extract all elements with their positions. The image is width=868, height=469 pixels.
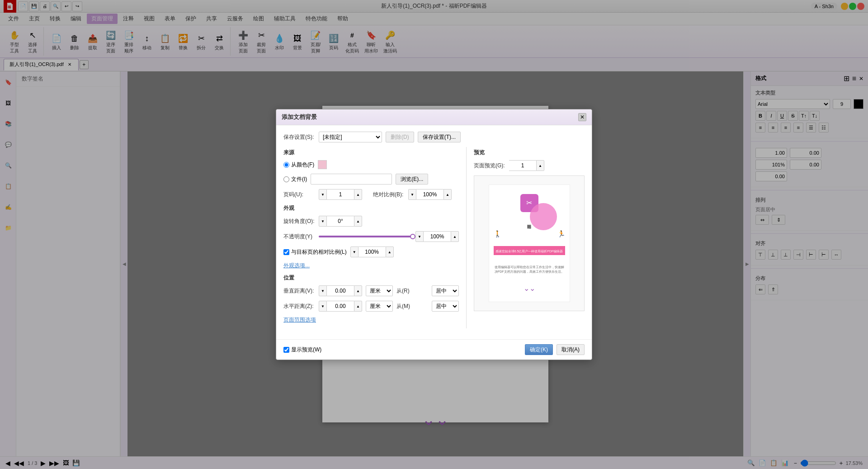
vert-dist-input[interactable] xyxy=(327,285,354,296)
relative-size-spinner: ▼ ▲ xyxy=(350,246,394,257)
vert-dec[interactable]: ▼ xyxy=(319,285,327,296)
rotation-input2[interactable] xyxy=(327,216,354,227)
dialog-main-content: 来源 从颜色(F) 文件(I) xyxy=(283,147,585,328)
rel-size-input[interactable] xyxy=(359,246,386,257)
page-preview-input[interactable] xyxy=(509,160,536,171)
horiz-dec[interactable]: ▼ xyxy=(319,301,327,312)
show-preview-checkbox-label[interactable]: 显示预览(W) xyxy=(283,346,321,354)
preview-box: ✂ 欢迎来到福昕 🚶 🏃 xyxy=(474,175,585,311)
vert-inc[interactable]: ▲ xyxy=(354,285,362,296)
advanced-link[interactable]: 外观选项... xyxy=(283,262,310,270)
preview-desc: 使用编辑器可以帮助您在日常工作生活中，快速解决PDF文档方面的问题，高效工作方便… xyxy=(494,264,565,275)
page-num-label: 页码(U): xyxy=(283,191,315,199)
page-num-spinner: ▼ ▲ xyxy=(319,189,362,200)
rotation-spinner: ▼ ▲ xyxy=(319,216,362,227)
rotation-inc[interactable]: ▲ xyxy=(354,216,362,227)
vert-dist-spinner: ▼ ▲ xyxy=(319,285,362,296)
page-preview-spinner: ▲ xyxy=(509,160,544,171)
rotation-label: 旋转角度(O): xyxy=(283,218,315,225)
dialog-overlay: 添加文档背景 ✕ 保存设置(S): [未指定] 删除(D) 保存设置(T)...… xyxy=(0,0,868,469)
page-range-link[interactable]: 页面范围选项 xyxy=(283,316,316,324)
show-preview-checkbox[interactable] xyxy=(283,347,289,353)
abs-ratio-input[interactable] xyxy=(416,189,443,200)
from-m-select[interactable]: 居中 xyxy=(432,301,459,312)
abs-ratio-dec[interactable]: ▼ xyxy=(408,189,416,200)
from-m-label: 从(M) xyxy=(396,303,428,310)
save-settings-label: 保存设置(S): xyxy=(283,133,315,141)
opacity-slider-thumb[interactable] xyxy=(410,234,415,239)
vert-dist-label: 垂直距离(V): xyxy=(283,287,315,295)
save-settings-select[interactable]: [未指定] xyxy=(319,132,382,142)
color-swatch[interactable] xyxy=(318,160,327,169)
horiz-dist-spinner: ▼ ▲ xyxy=(319,301,362,312)
opacity-slider-track xyxy=(319,236,413,237)
position-section: 位置 垂直距离(V): ▼ ▲ 厘米 从(R) xyxy=(283,274,459,312)
opacity-slider-fill xyxy=(319,236,413,237)
show-preview-label: 显示预览(W) xyxy=(291,346,321,354)
from-file-label: 文件(I) xyxy=(291,175,307,183)
page-preview-inc[interactable]: ▲ xyxy=(536,160,544,171)
dialog-footer: 显示预览(W) 确定(K) 取消(A) xyxy=(276,339,592,360)
page-num-input[interactable] xyxy=(327,189,354,200)
dialog-title: 添加文档背景 xyxy=(282,113,317,121)
file-path-input[interactable] xyxy=(311,174,392,185)
preview-circle xyxy=(530,203,557,230)
appearance-title: 外观 xyxy=(283,204,459,212)
source-section: 来源 从颜色(F) 文件(I) xyxy=(283,149,459,200)
from-file-radio-label[interactable]: 文件(I) xyxy=(283,175,307,183)
confirm-btn[interactable]: 确定(K) xyxy=(525,344,553,355)
page-preview-label: 页面预览(G): xyxy=(474,162,505,170)
appearance-section: 外观 旋转角度(O): ▼ ▲ 不透明度(Y) xyxy=(283,204,459,270)
from-color-radio-label[interactable]: 从颜色(F) xyxy=(283,161,314,169)
abs-ratio-inc[interactable]: ▲ xyxy=(443,189,452,200)
preview-banner: 感谢您如全球6.5亿用户一样使用福昕PDF编辑器 xyxy=(494,246,565,255)
abs-ratio-label: 绝对比例(B): xyxy=(373,191,405,199)
from-file-radio[interactable] xyxy=(283,176,289,182)
relative-size-label: 与目标页的相对比例(L) xyxy=(291,248,347,256)
delete-settings-btn[interactable]: 删除(D) xyxy=(386,132,414,142)
save-settings-row: 保存设置(S): [未指定] 删除(D) 保存设置(T)... xyxy=(283,132,585,142)
dialog-body: 保存设置(S): [未指定] 删除(D) 保存设置(T)... 来源 xyxy=(276,125,592,339)
add-background-dialog: 添加文档背景 ✕ 保存设置(S): [未指定] 删除(D) 保存设置(T)...… xyxy=(276,109,592,360)
relative-size-checkbox-label[interactable]: 与目标页的相对比例(L) xyxy=(283,248,347,256)
relative-size-checkbox[interactable] xyxy=(283,249,289,255)
preview-figures: 🚶 🏃 xyxy=(494,230,565,237)
preview-title: 预览 xyxy=(474,149,585,156)
opacity-spinner: ▼ ▲ xyxy=(415,231,459,242)
save-settings-btn[interactable]: 保存设置(T)... xyxy=(418,132,461,142)
horiz-dist-label: 水平距离(Z): xyxy=(283,303,315,310)
rel-size-inc[interactable]: ▲ xyxy=(386,246,394,257)
preview-chevron: ⌄⌄ xyxy=(524,284,535,293)
vert-unit-select[interactable]: 厘米 xyxy=(366,285,393,296)
opacity-input[interactable] xyxy=(424,231,451,242)
horiz-inc[interactable]: ▲ xyxy=(354,301,362,312)
cancel-btn[interactable]: 取消(A) xyxy=(557,344,585,355)
opacity-inc[interactable]: ▲ xyxy=(451,231,459,242)
dialog-title-bar: 添加文档背景 ✕ xyxy=(276,109,592,125)
browse-btn[interactable]: 浏览(E)... xyxy=(396,174,428,185)
horiz-dist-input[interactable] xyxy=(327,301,354,312)
dialog-close-btn[interactable]: ✕ xyxy=(578,113,586,121)
opacity-dec[interactable]: ▼ xyxy=(415,231,424,242)
dialog-left: 来源 从颜色(F) 文件(I) xyxy=(283,147,459,328)
position-title: 位置 xyxy=(283,274,459,282)
opacity-label: 不透明度(Y) xyxy=(283,233,315,241)
page-num-inc[interactable]: ▲ xyxy=(354,189,362,200)
source-title: 来源 xyxy=(283,149,459,156)
rel-size-dec[interactable]: ▼ xyxy=(350,246,359,257)
rotation-dec[interactable]: ▼ xyxy=(319,216,327,227)
preview-page: ✂ 欢迎来到福昕 🚶 🏃 xyxy=(489,185,570,302)
page-num-dec[interactable]: ▼ xyxy=(319,189,327,200)
from-r-label: 从(R) xyxy=(396,287,428,295)
dialog-right: 预览 页面预览(G): ▲ ✂ xyxy=(466,147,585,328)
abs-ratio-spinner: ▼ ▲ xyxy=(408,189,452,200)
horiz-unit-select[interactable]: 厘米 xyxy=(366,301,393,312)
from-color-radio[interactable] xyxy=(283,162,289,168)
from-color-label: 从颜色(F) xyxy=(291,161,314,169)
from-r-select[interactable]: 居中 xyxy=(432,285,459,296)
